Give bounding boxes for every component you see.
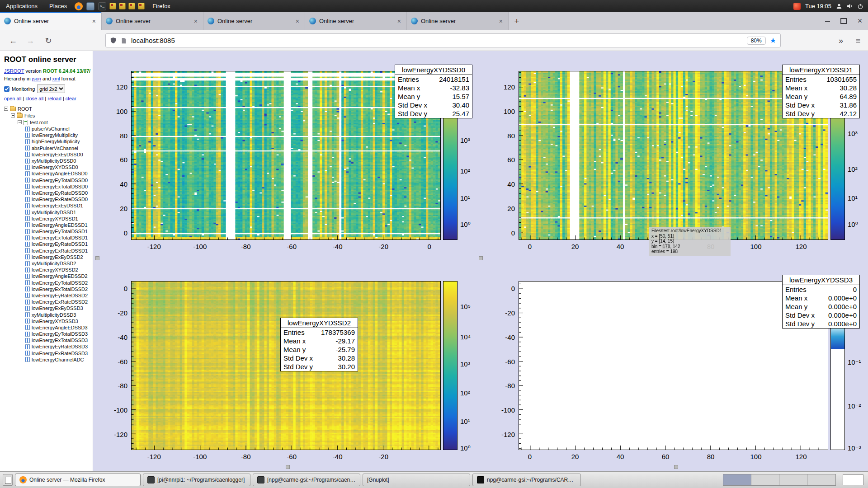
tree-item-label[interactable]: lowEnergyEyTotalDSSD2 xyxy=(32,280,88,286)
files-icon[interactable] xyxy=(86,2,94,10)
tab-close-icon[interactable]: × xyxy=(193,18,199,25)
taskbar-window-terminal-1[interactable]: [pi@nnrpi1: ~/Programs/caenlogger] xyxy=(143,474,250,486)
tab-close-icon[interactable]: × xyxy=(396,18,402,25)
tree-item-histogram[interactable]: lowEnergyEyRateDSSD0 xyxy=(4,190,91,196)
clock[interactable]: Tue 19:05 xyxy=(805,3,831,9)
tree-item-label[interactable]: lowEnergyEyTotalDSSD1 xyxy=(32,229,88,234)
tree-item-label[interactable]: lowEnergyMultiplicity xyxy=(32,132,78,138)
tree-item-histogram[interactable]: lowEnergyEyRateDSSD1 xyxy=(4,241,91,247)
tree-item-histogram[interactable]: lowEnergyXYDSSD0 xyxy=(4,164,91,170)
monitoring-checkbox[interactable] xyxy=(4,86,9,92)
applications-menu[interactable]: Applications xyxy=(0,0,43,12)
tree-item-label[interactable]: lowEnergyEyRateDSSD3 xyxy=(32,344,88,349)
tree-item-label[interactable]: xyMultiplicityDSSD0 xyxy=(32,158,76,164)
tree-item-histogram[interactable]: xyMultiplicityDSSD1 xyxy=(4,209,91,215)
tree-item-histogram[interactable]: lowEnergyMultiplicity xyxy=(4,132,91,138)
tree-item-label[interactable]: pulserVsChannel xyxy=(32,126,70,131)
workspace-4[interactable] xyxy=(807,474,835,485)
tab-close-icon[interactable]: × xyxy=(91,18,97,25)
tree-item-histogram[interactable]: xyMultiplicityDSSD3 xyxy=(4,311,91,318)
browser-tab-4[interactable]: Online server × xyxy=(305,12,407,30)
tree-item-histogram[interactable]: lowEnergyExRateDSSD1 xyxy=(4,248,91,254)
tree-item-histogram[interactable]: lowEnergyExTotalDSSD0 xyxy=(4,183,91,190)
stat-box[interactable]: lowEnergyXYDSSD1 Entries 10301655 Mean x… xyxy=(782,65,860,118)
panel-applet[interactable] xyxy=(843,474,863,485)
xterm-window-icon[interactable] xyxy=(128,3,135,9)
url-bar[interactable]: localhost:8085 80% ★ xyxy=(105,33,781,47)
page-info-icon[interactable] xyxy=(121,38,127,44)
canvas-resize-handle[interactable] xyxy=(479,256,483,260)
taskbar-window-gnuplot[interactable]: [Gnuplot] xyxy=(363,474,470,486)
tree-item-label[interactable]: lowEnergyExTotalDSSD0 xyxy=(32,184,88,189)
tree-item-label[interactable]: lowEnergyXYDSSD0 xyxy=(32,164,78,170)
show-desktop-button[interactable] xyxy=(3,474,13,486)
overflow-menu-icon[interactable]: » xyxy=(834,34,848,47)
browser-tab-1[interactable]: Online server × xyxy=(0,12,102,30)
tree-item-histogram[interactable]: lowEnergyEyTotalDSSD3 xyxy=(4,331,91,337)
tree-item-label[interactable]: xyMultiplicityDSSD1 xyxy=(32,210,76,215)
xterm-window-icon[interactable] xyxy=(138,3,145,9)
tree-item-histogram[interactable]: lowEnergyEyRateDSSD3 xyxy=(4,343,91,350)
tree-node-root[interactable]: ROOT xyxy=(4,105,91,112)
tree-item-label[interactable]: lowEnergyExTotalDSSD2 xyxy=(32,286,88,292)
open-all-link[interactable]: open all xyxy=(4,96,22,101)
tree-item-label[interactable]: lowEnergyAngleEDSSD1 xyxy=(32,222,88,228)
places-menu[interactable]: Places xyxy=(43,0,73,12)
clear-link[interactable]: clear xyxy=(66,96,76,101)
stat-box[interactable]: lowEnergyXYDSSD2 Entries 178375369 Mean … xyxy=(280,318,358,371)
tab-close-icon[interactable]: × xyxy=(294,18,301,25)
json-link[interactable]: json xyxy=(32,76,41,81)
tree-item-label[interactable]: lowEnergyExEyDSSD0 xyxy=(32,152,83,157)
tree-item-histogram[interactable]: lowEnergyExTotalDSSD1 xyxy=(4,235,91,241)
tree-item-label[interactable]: lowEnergyXYDSSD2 xyxy=(32,267,78,272)
maximize-button[interactable] xyxy=(835,12,852,30)
tree-item-label[interactable]: lowEnergyChannelADC xyxy=(32,357,84,362)
tree-label[interactable]: ROOT xyxy=(18,106,32,112)
tree-item-label[interactable]: lowEnergyAngleEDSSD0 xyxy=(32,171,88,176)
tree-item-histogram[interactable]: lowEnergyChannelADC xyxy=(4,357,91,363)
volume-icon[interactable] xyxy=(846,3,853,9)
tree-item-label[interactable]: lowEnergyExEyDSSD3 xyxy=(32,305,83,311)
terminal-icon[interactable]: >_ xyxy=(98,2,106,10)
tree-item-histogram[interactable]: xyMultiplicityDSSD0 xyxy=(4,158,91,164)
tree-item-histogram[interactable]: lowEnergyExEyDSSD1 xyxy=(4,202,91,209)
tree-node-files[interactable]: Files xyxy=(4,112,91,119)
histogram-canvas-dssd0[interactable] xyxy=(132,71,440,239)
tree-item-histogram[interactable]: lowEnergyAngleEDSSD3 xyxy=(4,324,91,331)
tree-item-histogram[interactable]: pulserVsChannel xyxy=(4,126,91,132)
tree-item-histogram[interactable]: lowEnergyXYDSSD2 xyxy=(4,267,91,273)
stat-box[interactable]: lowEnergyXYDSSD0 Entries 24018151 Mean x… xyxy=(395,65,472,118)
tree-item-label[interactable]: lowEnergyExTotalDSSD1 xyxy=(32,235,88,240)
tree-item-histogram[interactable]: lowEnergyExEyDSSD2 xyxy=(4,254,91,260)
tree-label[interactable]: Files xyxy=(24,113,35,118)
tree-item-histogram[interactable]: xyMultiplicityDSSD2 xyxy=(4,260,91,267)
root-canvas[interactable]: 020406080100120 -120-100-80-60-40-200 10… xyxy=(93,51,868,471)
tree-item-histogram[interactable]: lowEnergyEyTotalDSSD2 xyxy=(4,280,91,286)
tree-item-label[interactable]: lowEnergyExEyDSSD1 xyxy=(32,203,83,208)
tree-item-label[interactable]: lowEnergyExEyDSSD2 xyxy=(32,254,83,260)
bookmark-star-icon[interactable]: ★ xyxy=(770,36,776,45)
tree-item-label[interactable]: lowEnergyXYDSSD3 xyxy=(32,319,78,324)
url-text[interactable]: localhost:8085 xyxy=(131,37,175,44)
tree-item-label[interactable]: lowEnergyExRateDSSD3 xyxy=(32,351,88,356)
tree-item-label[interactable]: lowEnergyExRateDSSD0 xyxy=(32,197,88,202)
window-close-button[interactable]: × xyxy=(852,12,868,30)
tree-item-histogram[interactable]: lowEnergyEyTotalDSSD0 xyxy=(4,177,91,183)
reload-link[interactable]: reload xyxy=(47,96,61,101)
focused-app-label[interactable]: Firefox xyxy=(152,3,170,9)
xterm-window-icon[interactable] xyxy=(119,3,126,9)
tree-item-label[interactable]: lowEnergyEyTotalDSSD3 xyxy=(32,331,88,337)
xterm-window-icon[interactable] xyxy=(109,3,116,9)
tree-item-histogram[interactable]: lowEnergyExRateDSSD3 xyxy=(4,350,91,357)
reload-button[interactable]: ↻ xyxy=(42,34,55,47)
tab-close-icon[interactable]: × xyxy=(498,18,504,25)
taskbar-window-terminal-3[interactable]: npg@carme-gsi:~/Programs/CARME... xyxy=(472,474,581,486)
minimize-button[interactable] xyxy=(819,12,835,30)
browser-tab-2[interactable]: Online server × xyxy=(102,12,203,30)
tree-item-label[interactable]: xyMultiplicityDSSD3 xyxy=(32,312,76,318)
layout-select[interactable]: grid 2x2 xyxy=(37,84,65,93)
workspace-3[interactable] xyxy=(779,474,807,485)
tree-item-label[interactable]: lowEnergyAngleEDSSD3 xyxy=(32,325,88,330)
color-palette-bar[interactable] xyxy=(443,281,458,450)
tree-item-histogram[interactable]: lowEnergyExTotalDSSD3 xyxy=(4,337,91,343)
